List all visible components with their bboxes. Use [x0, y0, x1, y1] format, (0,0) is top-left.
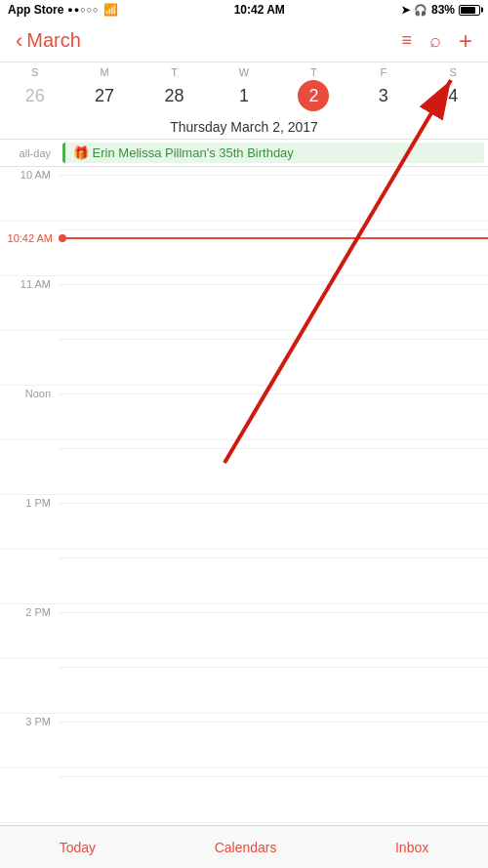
- current-time-line: [66, 237, 488, 239]
- time-label-2pm: 2 PM: [0, 604, 59, 618]
- time-slot-noon: Noon: [0, 386, 488, 440]
- status-left: App Store ●●○○○ 📶: [8, 3, 118, 17]
- day-label-tue: T: [171, 66, 178, 78]
- list-icon[interactable]: ≡: [401, 30, 412, 51]
- day-col-thu[interactable]: T 2: [284, 66, 343, 111]
- day-label-thu: T: [310, 66, 317, 78]
- current-time-dot: [59, 234, 66, 242]
- time-line: [59, 339, 488, 340]
- time-line: [59, 393, 488, 394]
- day-num-1: 1: [228, 80, 260, 111]
- day-label-sat: S: [450, 66, 457, 78]
- allday-label: all-day: [0, 147, 59, 159]
- day-label-mon: M: [101, 66, 109, 78]
- allday-event[interactable]: 🎁 Erin Melissa Pillman's 35th Birthday: [62, 143, 484, 163]
- time-label-noon: Noon: [0, 386, 59, 399]
- time-label-1230: [0, 440, 59, 442]
- battery-icon: [459, 5, 480, 16]
- header-right: ≡ ⌕ +: [401, 27, 472, 55]
- battery-label: 83%: [431, 3, 455, 17]
- time-label-10am: 10 AM: [0, 167, 59, 181]
- day-num-3: 3: [368, 80, 399, 111]
- header: ‹ March ≡ ⌕ +: [0, 20, 488, 62]
- time-slot-3pm: 3 PM: [0, 714, 488, 768]
- time-label-1130: [0, 331, 59, 333]
- tab-today[interactable]: Today: [44, 840, 111, 855]
- time-line: [59, 612, 488, 613]
- wifi-icon: 📶: [103, 3, 118, 17]
- add-icon[interactable]: +: [459, 27, 472, 55]
- time-slot-11am: 11 AM: [0, 276, 488, 331]
- search-icon[interactable]: ⌕: [429, 29, 441, 52]
- day-num-4: 4: [437, 80, 468, 111]
- time-label-1030: [0, 222, 59, 224]
- tab-calendars[interactable]: Calendars: [199, 840, 293, 855]
- day-col-mon[interactable]: M 27: [75, 66, 134, 111]
- time-line: [59, 448, 488, 449]
- carrier-label: App Store: [8, 3, 63, 17]
- time-slot-230: [0, 659, 488, 714]
- location-icon: ➤: [401, 4, 410, 17]
- day-num-27: 27: [89, 80, 120, 111]
- current-time-indicator: 10:42 AM: [0, 232, 488, 244]
- time-label-230: [0, 659, 59, 661]
- time-label-1pm: 1 PM: [0, 495, 59, 509]
- tab-bar: Today Calendars Inbox: [0, 825, 488, 868]
- day-col-fri[interactable]: F 3: [354, 66, 413, 111]
- time-line: [59, 558, 488, 558]
- day-num-2-today: 2: [298, 80, 329, 111]
- calendar-week-header: S 26 M 27 T 28 W 1 T 2 F 3 S 4: [0, 62, 488, 113]
- status-right: ➤ 🎧 83%: [401, 3, 480, 17]
- day-col-wed[interactable]: W 1: [215, 66, 273, 111]
- headphones-icon: 🎧: [414, 4, 427, 17]
- current-time-label: 10:42 AM: [0, 232, 59, 244]
- day-num-26: 26: [20, 80, 51, 111]
- time-label-130: [0, 550, 59, 552]
- day-num-28: 28: [159, 80, 190, 111]
- day-label-sun: S: [31, 66, 38, 78]
- day-label-wed: W: [239, 66, 249, 78]
- time-line: [59, 667, 488, 668]
- day-col-sat[interactable]: S 4: [424, 66, 482, 111]
- time-label-330: [0, 768, 59, 770]
- time-scroll: 10 AM 11 AM Noon 1 PM 2 PM 3 PM: [0, 167, 488, 824]
- time-slot-4pm: 4 PM: [0, 823, 488, 824]
- back-icon[interactable]: ‹: [16, 30, 22, 52]
- header-title[interactable]: March: [26, 29, 81, 52]
- time-slot-2pm: 2 PM: [0, 604, 488, 659]
- time-line: [59, 229, 488, 230]
- status-bar: App Store ●●○○○ 📶 10:42 AM ➤ 🎧 83%: [0, 0, 488, 20]
- time-line: [59, 776, 488, 777]
- header-left: ‹ March: [16, 29, 81, 52]
- time-line: [59, 722, 488, 723]
- time-label-3pm: 3 PM: [0, 714, 59, 727]
- time-slot-1230: [0, 440, 488, 495]
- day-col-sun[interactable]: S 26: [6, 66, 64, 111]
- time-slot-130: [0, 550, 488, 604]
- time-slot-1030: [0, 222, 488, 276]
- time-slot-1130: [0, 331, 488, 386]
- time-label-11am: 11 AM: [0, 276, 59, 290]
- time-line: [59, 284, 488, 285]
- time-slot-330: [0, 768, 488, 823]
- allday-row: all-day 🎁 Erin Melissa Pillman's 35th Bi…: [0, 140, 488, 167]
- time-slot-10am: 10 AM: [0, 167, 488, 222]
- tab-inbox[interactable]: Inbox: [380, 840, 444, 855]
- signal-dots: ●●○○○: [67, 5, 99, 15]
- time-label-4pm: 4 PM: [0, 823, 59, 824]
- time-slot-1pm: 1 PM: [0, 495, 488, 550]
- day-label-fri: F: [380, 66, 386, 78]
- day-col-tue[interactable]: T 28: [145, 66, 204, 111]
- time-line: [59, 503, 488, 504]
- time-line: [59, 175, 488, 176]
- time-label: 10:42 AM: [234, 3, 285, 17]
- date-display: Thursday March 2, 2017: [0, 113, 488, 140]
